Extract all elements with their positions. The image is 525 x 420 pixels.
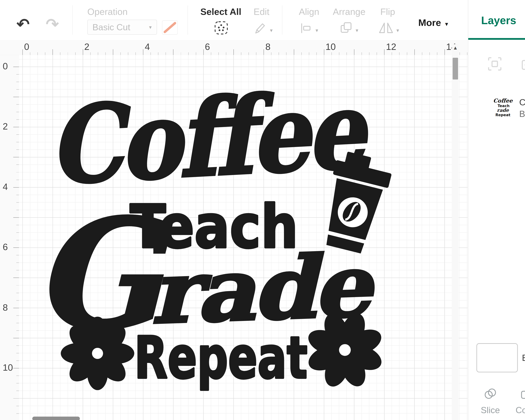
vertical-scrollbar[interactable] xyxy=(452,44,459,420)
select-frame-icon xyxy=(487,56,502,71)
chevron-down-icon[interactable] xyxy=(395,27,400,33)
vertical-ruler: 0 2 4 6 8 10 12 xyxy=(0,55,19,420)
flip-label: Flip xyxy=(375,7,400,17)
horizontal-ruler: 0 2 4 6 8 10 12 14 xyxy=(19,40,468,55)
ruler-number: 2 xyxy=(3,121,8,132)
material-color-label: B xyxy=(522,353,525,363)
align-left-icon xyxy=(300,22,313,34)
edit-button[interactable] xyxy=(253,22,267,35)
design-artwork[interactable]: Coffee G Teach rade Repeat xyxy=(19,55,468,420)
combine-tool[interactable]: Comb xyxy=(514,387,525,416)
cricut-design-canvas-app: Operation Basic Cut Select All Edit xyxy=(0,0,525,420)
select-layers-button[interactable] xyxy=(487,56,503,72)
ruler-number: 12 xyxy=(386,42,396,52)
ruler-number: 6 xyxy=(3,242,8,252)
chevron-down-icon xyxy=(444,17,449,28)
combine-icon xyxy=(520,387,525,401)
toolbar-divider xyxy=(188,5,188,35)
layer-name: Co xyxy=(519,97,525,108)
design-canvas[interactable]: Coffee G Teach rade Repeat xyxy=(19,55,468,420)
align-button[interactable] xyxy=(300,22,313,35)
ruler-number: 10 xyxy=(326,42,336,52)
ruler-number: 8 xyxy=(265,42,270,52)
slice-icon xyxy=(483,387,497,401)
ruler-number: 0 xyxy=(24,42,29,52)
layer-operation-type: Ba xyxy=(519,109,525,119)
undo-icon xyxy=(17,26,30,31)
arrange-layers-icon xyxy=(339,21,353,35)
toolbar-divider xyxy=(282,5,282,35)
arrange-label: Arrange xyxy=(331,7,367,17)
ruler-number: 8 xyxy=(3,302,8,313)
chevron-down-icon xyxy=(148,24,153,30)
scroll-up-icon[interactable] xyxy=(452,45,459,51)
edit-label: Edit xyxy=(245,7,278,17)
arrange-button[interactable] xyxy=(339,21,354,35)
slice-label: Slice xyxy=(478,405,502,416)
material-color-swatch[interactable] xyxy=(476,343,518,373)
layer-thumbnail: Coffee Teach rade Repeat xyxy=(492,96,514,118)
thumb-word: rade xyxy=(497,107,509,113)
diagonal-line-icon xyxy=(162,21,177,34)
chevron-down-icon[interactable] xyxy=(315,27,319,33)
undo-button[interactable] xyxy=(14,15,32,33)
more-button[interactable]: More xyxy=(416,17,451,28)
duplicate-layer-button[interactable] xyxy=(521,56,525,72)
tab-layers[interactable]: Layers xyxy=(481,14,516,27)
thumb-word: Coffee xyxy=(493,97,513,104)
slice-tool[interactable]: Slice xyxy=(478,387,502,416)
combine-label: Comb xyxy=(514,405,525,416)
thumb-word: Repeat xyxy=(496,113,510,117)
toolbar: Operation Basic Cut Select All Edit xyxy=(0,0,468,40)
select-all-label: Select All xyxy=(197,7,245,17)
flip-button[interactable] xyxy=(378,21,394,35)
layer-thumbnail-art: Coffee Teach rade Repeat xyxy=(492,96,514,118)
duplicate-plus-icon xyxy=(521,56,525,71)
horizontal-scrollbar-thumb[interactable] xyxy=(32,417,80,420)
layers-panel: Layers Coffee Teach rade Repea xyxy=(468,0,525,420)
operation-dropdown-value: Basic Cut xyxy=(92,22,130,32)
design-word-repeat: Repeat xyxy=(134,324,308,392)
active-tab-underline xyxy=(468,38,525,40)
chevron-down-icon[interactable] xyxy=(269,27,273,33)
operation-label: Operation xyxy=(87,7,128,17)
vertical-scrollbar-thumb[interactable] xyxy=(452,58,458,79)
ruler-corner xyxy=(0,40,19,55)
toolbar-divider xyxy=(73,5,73,35)
layer-list-item[interactable]: Coffee Teach rade Repeat Co Ba xyxy=(468,93,525,123)
ruler-number: 6 xyxy=(205,42,210,52)
align-label: Align xyxy=(293,7,325,17)
ruler-number: 0 xyxy=(3,61,8,72)
redo-icon xyxy=(46,26,59,31)
redo-button[interactable] xyxy=(44,15,61,33)
linetype-color-swatch[interactable] xyxy=(162,20,178,35)
select-all-icon xyxy=(214,20,229,35)
ruler-number: 10 xyxy=(3,363,13,373)
flip-mirror-icon xyxy=(378,21,394,34)
ruler-number: 2 xyxy=(84,42,89,52)
more-label: More xyxy=(418,17,441,28)
flower-icon xyxy=(61,317,134,390)
operation-dropdown[interactable]: Basic Cut xyxy=(87,20,157,35)
pencil-icon xyxy=(253,22,266,35)
ruler-number: 4 xyxy=(145,42,150,52)
ruler-number: 4 xyxy=(3,182,8,192)
select-all-button[interactable] xyxy=(213,20,229,36)
chevron-down-icon[interactable] xyxy=(355,27,359,33)
